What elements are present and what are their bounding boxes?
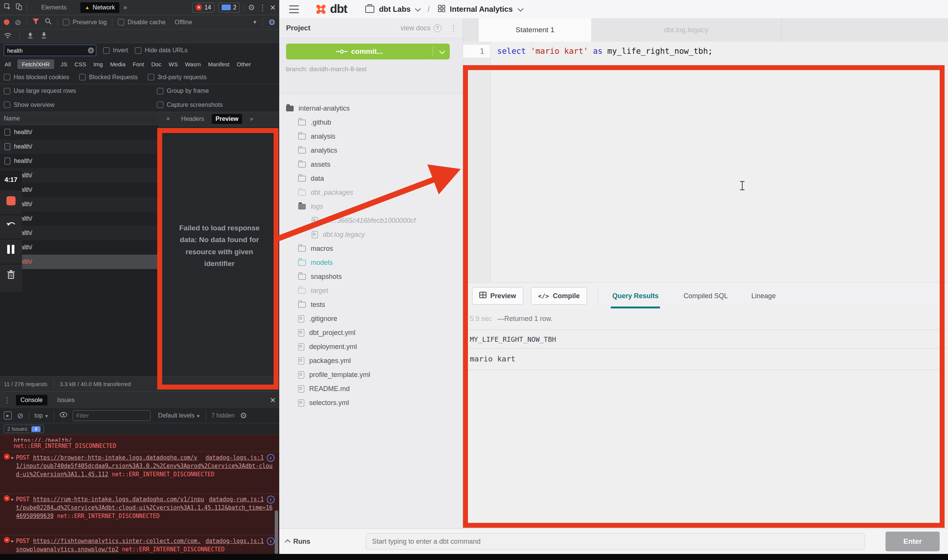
import-har-icon[interactable] — [27, 32, 33, 41]
tree-item[interactable]: assets — [298, 161, 330, 169]
stop-recording-button[interactable] — [6, 196, 16, 205]
close-detail-icon[interactable]: × — [163, 114, 174, 124]
tree-item[interactable]: target — [298, 287, 328, 295]
tree-item-models[interactable]: models — [298, 259, 333, 267]
context-select[interactable]: top ▼ — [34, 412, 49, 419]
clear-console-icon[interactable]: ⊘ — [17, 412, 23, 419]
tree-item-root[interactable]: internal-analytics — [286, 105, 350, 113]
tree-item[interactable]: README.md — [298, 385, 350, 393]
runs-toggle[interactable]: Runs — [286, 538, 310, 546]
name-column-header[interactable]: Name — [4, 115, 20, 122]
expand-caret-icon[interactable]: ▶ — [11, 454, 14, 462]
request-row[interactable]: health/ — [0, 183, 159, 197]
throttling-caret-icon[interactable]: ▼ — [252, 19, 257, 25]
account-menu[interactable]: dbt Labs — [379, 5, 410, 14]
tree-item[interactable]: profile_template.yml — [298, 371, 370, 379]
error-badge[interactable]: ✕ 14 — [192, 3, 214, 13]
tree-item[interactable]: snapshots — [298, 273, 342, 281]
source-link[interactable]: datadog-logs.js:1 — [205, 537, 264, 545]
panel-kebab-icon[interactable]: ⋮ — [450, 23, 457, 33]
tree-item[interactable]: packages.yml — [298, 357, 351, 365]
request-row[interactable]: health/ — [0, 168, 159, 183]
dbt-command-input[interactable] — [366, 533, 865, 550]
show-overview-checkbox[interactable]: Show overview — [4, 102, 152, 108]
group-by-frame-checkbox[interactable]: Group by frame — [157, 88, 209, 94]
use-large-request-rows-checkbox[interactable]: Use large request rows — [4, 88, 152, 94]
tab-dbt-log-legacy[interactable]: dbt.log.legacy — [591, 18, 782, 42]
console-settings-gear-icon[interactable]: ⚙ — [240, 411, 247, 420]
type-filter-js[interactable]: JS — [60, 59, 68, 69]
close-console-icon[interactable]: × — [270, 395, 275, 405]
tree-item[interactable]: selectors.yml — [298, 399, 349, 407]
issues-summary[interactable]: 2 Issues: 2 — [4, 425, 44, 433]
tree-item[interactable]: analysis — [298, 133, 335, 141]
tree-item[interactable]: .nf…3665c416bfecb1000000cf — [312, 217, 416, 225]
request-row[interactable]: health/ — [0, 197, 159, 211]
network-conditions-icon[interactable] — [4, 33, 12, 40]
search-icon[interactable] — [45, 18, 52, 27]
kebab-menu-icon[interactable]: ⋮ — [259, 3, 266, 12]
info-badge-icon[interactable]: i — [267, 496, 275, 504]
close-devtools-icon[interactable]: × — [270, 2, 275, 13]
tree-item[interactable]: logs — [298, 203, 323, 211]
device-toolbar-icon[interactable] — [15, 3, 23, 12]
tree-item[interactable]: .github — [298, 119, 331, 127]
more-tabs-icon[interactable]: » — [123, 3, 127, 11]
console-error[interactable]: ✕ ▶ datadog-logs.js:1i POST https://brow… — [0, 452, 279, 493]
project-caret-icon[interactable] — [518, 6, 524, 12]
source-link[interactable]: datadog-rum.js:1 — [209, 495, 264, 504]
type-filter-font[interactable]: Font — [132, 59, 145, 69]
issues-badge[interactable]: 2 — [218, 3, 240, 13]
type-filter-media[interactable]: Media — [109, 59, 126, 69]
expand-caret-icon[interactable]: ▶ — [11, 537, 14, 545]
clear-icon[interactable]: ⊘ — [15, 19, 21, 26]
info-badge-icon[interactable]: i — [267, 454, 275, 462]
blocked-requests-checkbox[interactable]: Blocked Requests — [79, 74, 138, 81]
eye-icon[interactable] — [59, 412, 67, 419]
tree-item[interactable]: dbt_packages — [298, 189, 353, 197]
clear-filter-icon[interactable]: ✕ — [88, 47, 94, 53]
invert-checkbox[interactable]: Invert — [103, 47, 128, 54]
account-caret-icon[interactable] — [415, 6, 421, 12]
request-row[interactable]: health/ — [0, 211, 159, 226]
commit-dropdown-caret-icon[interactable] — [433, 50, 450, 54]
preserve-log-checkbox[interactable]: Preserve log — [63, 19, 107, 26]
enter-button[interactable]: Enter — [885, 532, 940, 551]
pause-recording-button[interactable] — [6, 245, 16, 254]
console-filter-input[interactable] — [73, 410, 150, 421]
request-row-selected[interactable]: health/ — [0, 255, 159, 269]
request-row[interactable]: health/ — [0, 226, 159, 240]
levels-select[interactable]: Default levels ▼ — [158, 412, 200, 419]
type-filter-wasm[interactable]: Wasm — [184, 59, 202, 69]
hamburger-menu-icon[interactable] — [289, 5, 299, 13]
request-table-header[interactable]: Name — [0, 112, 159, 125]
type-filter-manifest[interactable]: Manifest — [207, 59, 230, 69]
filter-funnel-icon[interactable] — [32, 18, 39, 26]
capture-screenshots-checkbox[interactable]: Capture screenshots — [157, 102, 223, 108]
request-row[interactable]: health/ — [0, 125, 159, 139]
throttling-select[interactable]: Offline — [175, 19, 192, 26]
type-filter-doc[interactable]: Doc — [150, 59, 162, 69]
project-menu[interactable]: Internal Analytics — [450, 5, 513, 14]
tab-console[interactable]: Console — [16, 395, 47, 405]
settings-gear-icon[interactable]: ⚙ — [248, 3, 255, 12]
info-badge-icon[interactable]: i — [267, 537, 275, 545]
tree-item[interactable]: dbt_project.yml — [298, 329, 355, 337]
tree-item[interactable]: deployment.yml — [298, 343, 357, 351]
commit-button[interactable]: commit... — [286, 44, 450, 59]
type-filter-fetch-xhr[interactable]: Fetch/XHR — [17, 59, 54, 69]
tree-item[interactable]: macros — [298, 245, 333, 253]
tree-item[interactable]: .gitignore — [298, 315, 337, 323]
has-blocked-cookies-checkbox[interactable]: Has blocked cookies — [4, 74, 69, 81]
clipped-request-url[interactable]: https://…/health/ — [14, 436, 275, 442]
restart-recording-button[interactable] — [6, 221, 16, 230]
console-kebab-icon[interactable]: ⋮ — [4, 396, 11, 404]
record-icon[interactable] — [4, 19, 9, 25]
tree-item[interactable]: data — [298, 175, 324, 183]
tab-headers[interactable]: Headers — [177, 114, 208, 124]
tab-statement-1[interactable]: Statement 1 — [478, 18, 592, 42]
inspect-icon[interactable] — [4, 3, 11, 12]
type-filter-all[interactable]: All — [4, 59, 12, 69]
request-row[interactable]: health/ — [0, 240, 159, 255]
console-error[interactable]: ✕ ▶ datadog-rum.js:1i POST https://rum-h… — [0, 493, 279, 535]
